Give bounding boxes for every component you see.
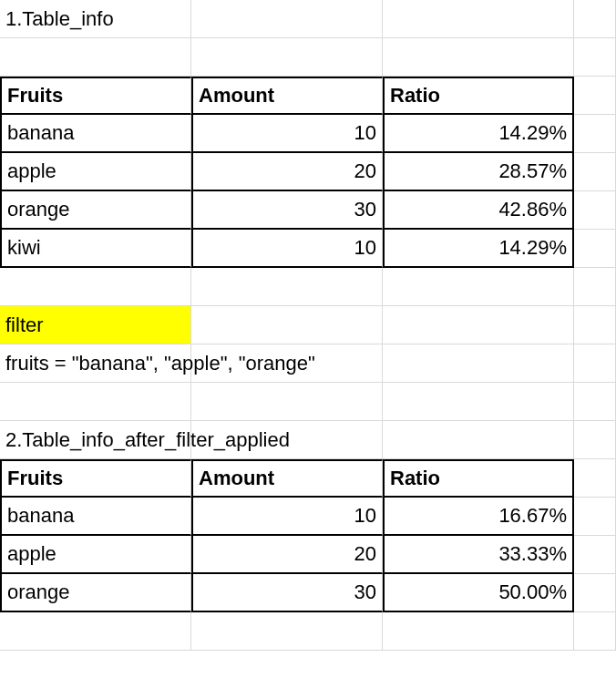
cell-value: 14.29% [498,236,567,260]
empty-cell[interactable] [574,459,616,498]
header-label: Amount [199,84,274,108]
table2-header-fruits[interactable]: Fruits [0,459,191,498]
table2-cell-ratio[interactable]: 50.00% [383,574,574,612]
empty-cell[interactable] [574,38,616,77]
empty-cell[interactable] [0,383,191,421]
section2-title-cell[interactable]: 2.Table_info_after_filter_applied [0,421,191,459]
empty-cell[interactable] [383,306,574,344]
table1-cell-ratio[interactable]: 42.86% [383,191,574,230]
empty-cell[interactable] [0,38,191,77]
table1-cell-fruit[interactable]: banana [0,115,191,153]
header-label: Fruits [7,84,63,108]
cell-value: 50.00% [498,580,567,604]
table2-cell-fruit[interactable]: orange [0,574,191,612]
empty-cell[interactable] [191,306,383,344]
cell-value: 30 [354,198,376,221]
table1-cell-fruit[interactable]: kiwi [0,230,191,268]
table1-header-amount[interactable]: Amount [191,77,383,115]
empty-cell[interactable] [574,191,616,230]
empty-cell[interactable] [574,115,616,153]
filter-label-cell[interactable]: filter [0,306,191,344]
empty-cell[interactable] [383,38,574,77]
cell-value: banana [7,121,74,145]
empty-cell[interactable] [574,153,616,191]
empty-cell[interactable] [574,498,616,536]
table2-cell-fruit[interactable]: banana [0,498,191,536]
empty-cell[interactable] [574,268,616,306]
section2-title: 2.Table_info_after_filter_applied [5,428,290,452]
cell-value: orange [7,580,70,604]
spreadsheet-grid: 1.Table_info Fruits Amount Ratio banana … [0,0,616,651]
cell-value: orange [7,198,70,221]
table1-header-fruits[interactable]: Fruits [0,77,191,115]
header-label: Fruits [7,467,63,490]
header-label: Ratio [390,467,440,490]
cell-value: banana [7,504,74,528]
empty-cell[interactable] [383,383,574,421]
empty-cell[interactable] [383,612,574,651]
cell-value: 20 [354,542,376,566]
empty-cell[interactable] [0,268,191,306]
empty-cell[interactable] [191,383,383,421]
table2-cell-amount[interactable]: 30 [191,574,383,612]
empty-cell[interactable] [574,574,616,612]
section1-title-cell[interactable]: 1.Table_info [0,0,191,38]
table1-cell-amount[interactable]: 30 [191,191,383,230]
table1-cell-fruit[interactable]: apple [0,153,191,191]
empty-cell[interactable] [574,612,616,651]
empty-cell[interactable] [383,344,574,383]
empty-cell[interactable] [574,344,616,383]
empty-cell[interactable] [191,612,383,651]
cell-value: 10 [354,236,376,260]
cell-value: 28.57% [498,159,567,183]
table1-cell-ratio[interactable]: 14.29% [383,230,574,268]
header-label: Ratio [390,84,440,108]
table2-header-amount[interactable]: Amount [191,459,383,498]
empty-cell[interactable] [574,383,616,421]
filter-expression: fruits = "banana", "apple", "orange" [5,352,315,375]
table2-cell-ratio[interactable]: 16.67% [383,498,574,536]
empty-cell[interactable] [574,0,616,38]
table1-cell-ratio[interactable]: 28.57% [383,153,574,191]
empty-cell[interactable] [191,268,383,306]
empty-cell[interactable] [191,38,383,77]
cell-value: 10 [354,504,376,528]
table1-cell-ratio[interactable]: 14.29% [383,115,574,153]
table1-cell-fruit[interactable]: orange [0,191,191,230]
empty-cell[interactable] [574,77,616,115]
table1-cell-amount[interactable]: 20 [191,153,383,191]
cell-value: 10 [354,121,376,145]
table2-cell-amount[interactable]: 10 [191,498,383,536]
cell-value: 16.67% [498,504,567,528]
empty-cell[interactable] [383,421,574,459]
empty-cell[interactable] [574,230,616,268]
empty-cell[interactable] [383,0,574,38]
cell-value: apple [7,542,56,566]
cell-value: 20 [354,159,376,183]
table2-cell-ratio[interactable]: 33.33% [383,536,574,574]
cell-value: 30 [354,580,376,604]
empty-cell[interactable] [0,612,191,651]
table2-cell-fruit[interactable]: apple [0,536,191,574]
cell-value: 14.29% [498,121,567,145]
table1-header-ratio[interactable]: Ratio [383,77,574,115]
filter-label: filter [5,313,44,337]
table1-cell-amount[interactable]: 10 [191,230,383,268]
empty-cell[interactable] [191,0,383,38]
cell-value: apple [7,159,56,183]
table1-cell-amount[interactable]: 10 [191,115,383,153]
table2-header-ratio[interactable]: Ratio [383,459,574,498]
cell-value: kiwi [7,236,41,260]
table2-cell-amount[interactable]: 20 [191,536,383,574]
section1-title: 1.Table_info [5,7,114,31]
empty-cell[interactable] [574,536,616,574]
empty-cell[interactable] [574,421,616,459]
filter-expression-cell[interactable]: fruits = "banana", "apple", "orange" [0,344,191,383]
empty-cell[interactable] [574,306,616,344]
header-label: Amount [199,467,274,490]
cell-value: 42.86% [498,198,567,221]
empty-cell[interactable] [383,268,574,306]
cell-value: 33.33% [498,542,567,566]
